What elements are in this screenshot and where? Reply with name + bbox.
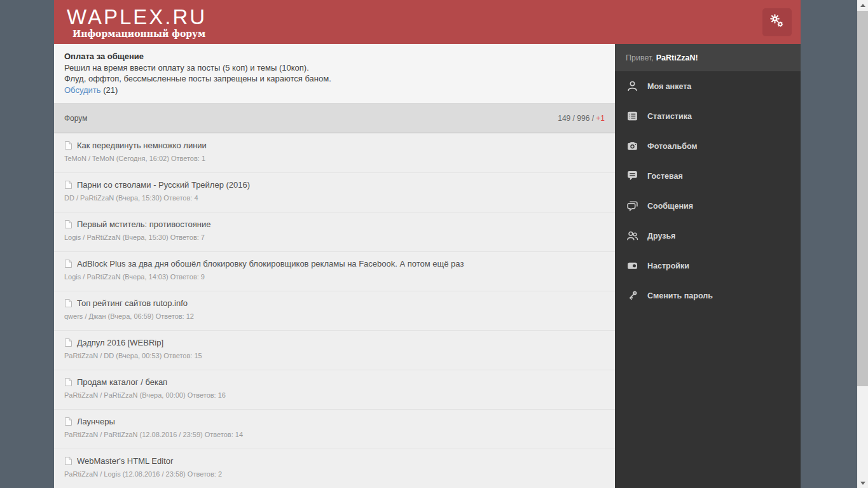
topic-title-link[interactable]: WebMaster's HTML Editor [77,456,173,466]
topic-page-icon [64,298,72,308]
forum-list-header: Форум 149 / 996 / +1 [54,104,615,133]
topic-meta: PaRtiZzaN / Logis (12.08.2016 / 23:58) О… [64,470,605,478]
friends-icon [626,230,638,242]
discuss-link[interactable]: Обсудить [64,85,101,95]
forum-main-column: Оплата за общение Решил на время ввести … [54,44,615,488]
topic-title-link[interactable]: Продам каталог / бекап [77,377,167,387]
sidebar-item-profile[interactable]: Моя анкета [615,71,801,101]
announcement-block: Оплата за общение Решил на время ввести … [54,44,615,104]
topic-meta: PaRtiZzaN / DD (Вчера, 00:53) Ответов: 1… [64,352,605,359]
sidebar-item-label: Настройки [647,261,689,270]
greeting-prefix: Привет, [626,53,654,62]
user-sidebar: Привет, PaRtiZzaN! Моя анкета Статистика [615,44,801,488]
topic-meta: DD / PaRtiZzaN (Вчера, 15:30) Ответов: 4 [64,194,605,202]
greeting-bar: Привет, PaRtiZzaN! [615,44,801,71]
sidebar-item-label: Сменить пароль [647,291,713,300]
arrow-down-icon [860,482,865,485]
site-tagline: Информационный форум [72,29,207,38]
browser-scrollbar[interactable] [857,0,868,488]
sidebar-item-label: Фотоальбом [647,142,698,151]
site-header: WAPLEX.RU Информационный форум [54,0,801,44]
forum-page: WAPLEX.RU Информационный форум [54,0,801,488]
camera-icon [626,140,638,152]
browser-viewport: WAPLEX.RU Информационный форум [0,0,868,488]
topic-page-icon [64,141,72,150]
sidebar-item-photoalbum[interactable]: Фотоальбом [615,131,801,161]
sidebar-item-guestbook[interactable]: Гостевая [615,161,801,191]
topic-row: Продам каталог / бекап PaRtiZzaN / PaRti… [54,370,615,409]
site-logo[interactable]: WAPLEX.RU Информационный форум [67,6,207,38]
forum-stats-new: +1 [596,114,605,123]
arrow-up-icon [860,4,865,7]
topic-title-link[interactable]: Топ рейтинг сайтов rutop.info [77,298,188,308]
topic-title-link[interactable]: Парни со стволами - Русский Трейлер (201… [77,180,250,190]
topic-meta: PaRtiZzaN / PaRtiZzaN (12.08.2016 / 23:5… [64,431,605,438]
topic-row: Топ рейтинг сайтов rutop.info qwers / Дж… [54,291,615,330]
scrollbar-up-button[interactable] [857,0,868,10]
discuss-count: (21) [101,85,118,95]
sidebar-item-change-password[interactable]: Сменить пароль [615,281,801,310]
content-area: Оплата за общение Решил на время ввести … [54,44,801,488]
sidebar-item-friends[interactable]: Друзья [615,221,801,251]
forum-stats: 149 / 996 / +1 [558,114,605,123]
settings-gear-button[interactable] [762,8,792,36]
topic-row: Первый мститель: противостояние Logis / … [54,212,615,251]
topic-page-icon [64,220,72,229]
topic-page-icon [64,417,72,426]
messages-icon [626,200,638,212]
topic-row: Лаунчеры PaRtiZzaN / PaRtiZzaN (12.08.20… [54,409,615,449]
settings-icon [626,260,638,272]
topic-page-icon [64,377,72,387]
site-logo-text: WAPLEX.RU [67,6,207,27]
topic-page-icon [64,180,72,190]
sidebar-item-statistics[interactable]: Статистика [615,101,801,131]
topic-meta: Logis / PaRtiZzaN (Вчера, 15:30) Ответов… [64,234,605,241]
topic-row: AdBlock Plus за два дня обошёл блокировк… [54,251,615,291]
topic-row: WebMaster's HTML Editor PaRtiZzaN / Logi… [54,449,615,488]
topic-row: Как передвинуть немножко линии TeMoN / T… [54,133,615,172]
gears-icon [769,13,785,31]
greeting-username: PaRtiZzaN! [656,53,698,62]
topic-row: Парни со стволами - Русский Трейлер (201… [54,172,615,212]
topic-row: Дэдпул 2016 [WEBRip] PaRtiZzaN / DD (Вче… [54,330,615,370]
topic-meta: qwers / Джан (Вчера, 06:59) Ответов: 12 [64,312,605,320]
topic-title-link[interactable]: Как передвинуть немножко линии [77,141,207,150]
topic-page-icon [64,338,72,347]
announcement-title: Оплата за общение [64,51,605,62]
topic-page-icon [64,456,72,466]
topic-page-icon [64,259,72,268]
scrollbar-down-button[interactable] [857,478,868,488]
topic-meta: Logis / PaRtiZzaN (Вчера, 14:03) Ответов… [64,273,605,281]
sidebar-item-label: Сообщения [647,202,693,211]
announcement-line2: Флуд, оффтоп, бессмысленные посты запрещ… [64,73,605,85]
forum-stats-counts: 149 / 996 / [558,114,596,123]
guestbook-icon [626,170,638,182]
topic-title-link[interactable]: Первый мститель: противостояние [77,220,210,229]
sidebar-item-settings[interactable]: Настройки [615,251,801,281]
key-icon [626,289,638,302]
topic-meta: TeMoN / TeMoN (Сегодня, 16:02) Ответов: … [64,155,605,162]
sidebar-item-label: Моя анкета [647,82,691,91]
sidebar-item-label: Гостевая [647,172,683,181]
scrollbar-thumb[interactable] [857,11,868,386]
sidebar-item-label: Статистика [647,112,692,121]
sidebar-item-messages[interactable]: Сообщения [615,191,801,221]
announcement-line1: Решил на время ввести оплату за посты (5… [64,62,605,74]
topic-title-link[interactable]: Лаунчеры [77,417,115,426]
user-icon [626,80,638,92]
topic-title-link[interactable]: AdBlock Plus за два дня обошёл блокировк… [77,259,464,268]
sidebar-item-label: Друзья [647,232,675,241]
stats-icon [626,110,638,122]
topic-meta: PaRtiZzaN / PaRtiZzaN (Вчера, 00:00) Отв… [64,391,605,399]
topic-title-link[interactable]: Дэдпул 2016 [WEBRip] [77,338,163,347]
forum-list-title: Форум [64,114,87,123]
